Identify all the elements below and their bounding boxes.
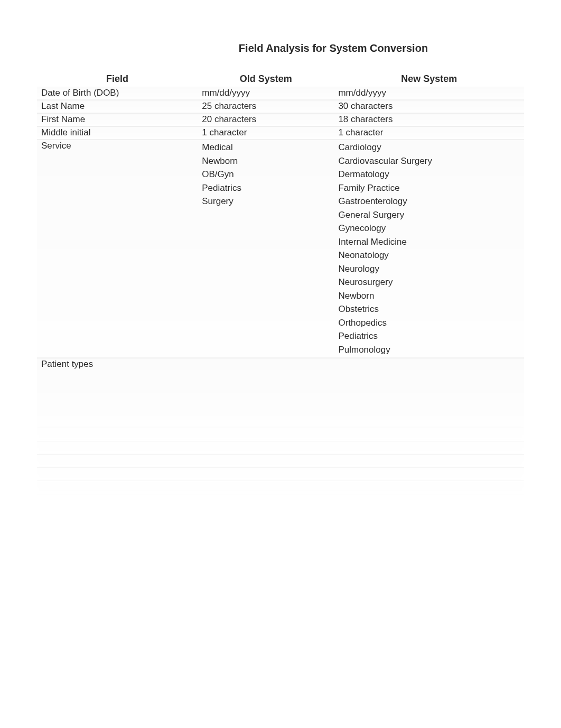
table-cell: 30 characters <box>334 100 524 113</box>
field-name-cell: Date of Birth (DOB) <box>37 87 198 100</box>
table-row: Middle initial1 character1 character <box>37 126 524 140</box>
table-cell <box>198 441 334 454</box>
table-cell: mm/dd/yyyy <box>198 87 334 100</box>
table-cell <box>198 454 334 467</box>
table-cell <box>198 481 334 494</box>
page-title: Field Analysis for System Conversion <box>143 42 524 54</box>
table-cell <box>37 454 198 467</box>
table-row: ServiceMedicalNewbornOB/GynPediatricsSur… <box>37 140 524 358</box>
field-name-cell: Last Name <box>37 100 198 113</box>
header-field: Field <box>37 71 198 87</box>
table-row <box>37 454 524 467</box>
table-row <box>37 467 524 481</box>
table-cell: 1 character <box>334 126 524 140</box>
table-row <box>37 441 524 454</box>
header-old-system: Old System <box>198 71 334 87</box>
table-row: Last Name25 characters30 characters <box>37 100 524 113</box>
table-row <box>37 428 524 441</box>
field-name-cell: First Name <box>37 113 198 126</box>
field-name-cell: Patient types <box>37 358 198 428</box>
table-cell <box>37 428 198 441</box>
table-cell <box>334 441 524 454</box>
field-name-cell: Middle initial <box>37 126 198 140</box>
table-cell <box>334 428 524 441</box>
field-analysis-table: Field Old System New System Date of Birt… <box>37 71 524 494</box>
table-cell: 20 characters <box>198 113 334 126</box>
table-cell: 25 characters <box>198 100 334 113</box>
table-cell: 18 characters <box>334 113 524 126</box>
table-row: First Name20 characters18 characters <box>37 113 524 126</box>
table-cell <box>198 467 334 481</box>
header-new-system: New System <box>334 71 524 87</box>
table-cell <box>37 467 198 481</box>
table-cell <box>334 467 524 481</box>
table-cell: MedicalNewbornOB/GynPediatricsSurgery <box>198 140 334 358</box>
table-cell <box>37 481 198 494</box>
table-cell <box>198 358 334 428</box>
table-row: Date of Birth (DOB)mm/dd/yyyymm/dd/yyyy <box>37 87 524 100</box>
table-cell: CardiologyCardiovascular SurgeryDermatol… <box>334 140 524 358</box>
field-name-cell: Service <box>37 140 198 358</box>
table-header-row: Field Old System New System <box>37 71 524 87</box>
table-cell: 1 character <box>198 126 334 140</box>
table-row <box>37 481 524 494</box>
table-row: Patient types <box>37 358 524 428</box>
table-cell <box>37 441 198 454</box>
table-cell <box>334 358 524 428</box>
table-cell <box>334 481 524 494</box>
table-cell <box>198 428 334 441</box>
table-cell <box>334 454 524 467</box>
table-cell: mm/dd/yyyy <box>334 87 524 100</box>
